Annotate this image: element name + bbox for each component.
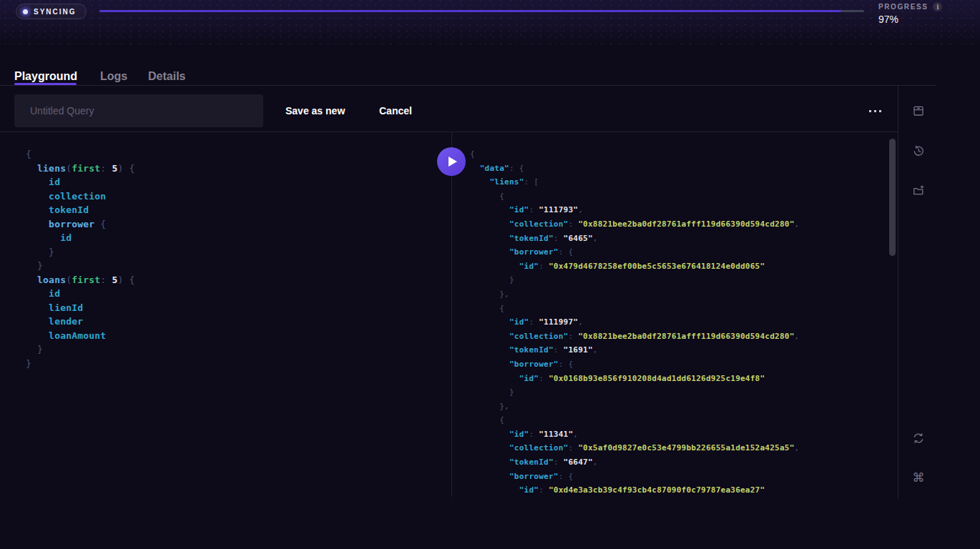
code-line: { [470,189,887,204]
code-line: { [26,147,451,162]
code-line: "collection": "0x8821bee2ba0df28761afff1… [470,217,887,232]
syncing-label: SYNCING [34,8,77,16]
query-name-input[interactable] [14,94,263,127]
code-line: } [26,342,451,357]
code-line: } [470,385,887,400]
code-line: id [26,287,451,301]
code-line: "data": { [470,162,887,176]
save-as-new-button[interactable]: Save as new [285,94,345,127]
execute-query-button[interactable] [437,147,466,176]
code-line: "id": "0xd4e3a3cb39c4f93cb4c87090f0c7978… [470,483,887,498]
playground-page: SYNCING PROGRESS i 97% Playground Logs D… [0,0,980,549]
code-line: } [26,357,451,371]
code-line: }, [470,400,887,414]
code-line: }, [470,287,887,302]
saved-queries-icon[interactable] [912,104,925,117]
code-line: "collection": "0x8821bee2ba0df28761afff1… [470,330,887,344]
code-line: liens(first: 5) { [26,162,451,176]
code-line: } [470,273,887,287]
code-line: } [26,245,451,259]
code-line: id [26,231,451,245]
code-line: "collection": "0x5af0d9827e0c53e4799bb22… [470,441,887,455]
progress-fill [99,10,841,12]
code-line: "liens": [ [470,175,887,189]
code-line: borrower { [26,217,451,232]
syncing-pulse-dot-icon [23,9,28,14]
cancel-button[interactable]: Cancel [379,94,412,127]
code-line: "tokenId": "1691", [470,343,887,357]
code-line: "tokenId": "6465", [470,232,887,246]
progress-value: 97% [878,14,942,25]
progress-readout: PROGRESS i 97% [878,2,942,25]
code-line: loanAmount [26,329,451,343]
progress-label: PROGRESS [878,3,928,11]
code-line: "tokenId": "6647", [470,455,887,470]
sidebar-divider [898,86,898,499]
tabs-divider [0,85,936,86]
tab-playground[interactable]: Playground [14,70,77,83]
code-line: "borrower": { [470,245,887,259]
code-line: { [470,413,887,427]
code-line: id [26,175,451,189]
new-folder-icon[interactable] [912,184,925,197]
code-line: collection [26,189,451,204]
history-icon[interactable] [912,144,925,157]
code-line: lienId [26,301,451,315]
syncing-status-badge: SYNCING [16,4,87,19]
code-line: { [470,147,887,162]
code-line: tokenId [26,203,451,217]
command-menu-icon[interactable]: ⌘ [912,471,925,484]
code-line: lender [26,315,451,329]
code-line: { [470,302,887,316]
code-line: loans(first: 5) { [26,273,451,287]
graphql-query-editor[interactable]: { liens(first: 5) { id collection tokenI… [0,132,451,498]
play-icon [449,157,457,167]
sync-progress-bar [99,10,864,12]
code-line: "id": "111997", [470,315,887,330]
code-line: "borrower": { [470,470,887,484]
code-line: "id": "0x0168b93e856f910208d4ad1dd6126d9… [470,372,887,386]
code-line: "id": "111793", [470,203,887,217]
refresh-icon[interactable] [912,432,925,445]
top-status-bar: SYNCING PROGRESS i 97% [0,0,980,44]
info-icon[interactable]: i [933,2,942,11]
response-scrollbar[interactable] [889,139,896,256]
code-line: "id": "11341", [470,427,887,442]
more-options-button[interactable] [863,101,887,121]
ellipsis-icon [869,110,871,112]
code-line: } [26,259,451,273]
query-response-viewer[interactable]: { "data": { "liens": [ { "id": "111793",… [452,132,887,498]
tab-details[interactable]: Details [148,70,185,83]
code-line: "id": "0x479d4678258ef00be5c5653e6764181… [470,259,887,274]
tab-logs[interactable]: Logs [100,70,127,83]
code-line: "borrower": { [470,357,887,372]
